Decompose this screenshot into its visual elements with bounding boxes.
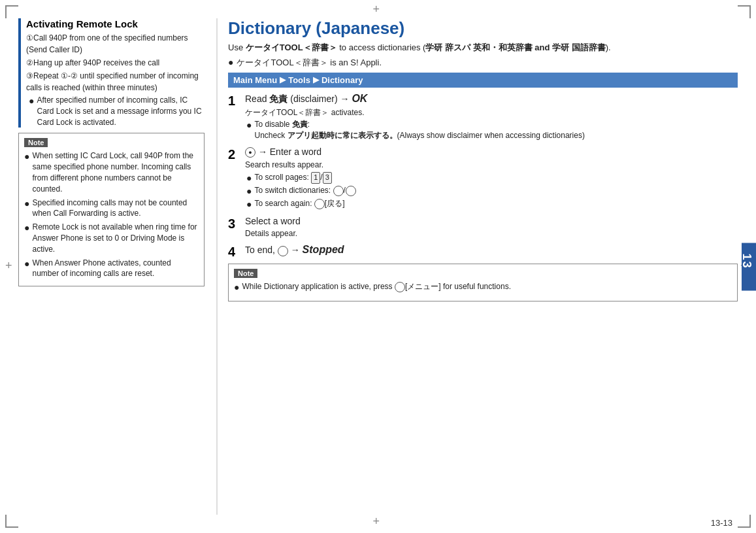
dict-note-bullet: ● bbox=[228, 57, 233, 67]
step-2-bullet-text-1: To scroll pages: 1/3 bbox=[254, 172, 331, 184]
bullet-1: ● After specified number of incoming cal… bbox=[26, 95, 205, 128]
step-main-2: ● → Enter a word bbox=[245, 146, 738, 158]
circle-menu bbox=[395, 282, 405, 292]
step-main-3: Select a word bbox=[245, 216, 738, 226]
step-2-bullet-text-2: To switch dictionaries: / bbox=[254, 185, 355, 196]
right-note-box: Note ● While Dictionary application is a… bbox=[228, 264, 738, 301]
dict-subtitle: Use ケータイTOOL＜辞書＞ to access dictionaries … bbox=[228, 41, 738, 54]
right-note-text-1: While Dictionary application is active, … bbox=[242, 281, 511, 292]
note-item-1: ● When setting IC Card Lock, call 940P f… bbox=[24, 150, 199, 194]
circle-btn-2: ● bbox=[245, 147, 255, 158]
step-2-bullet-icon-3: ● bbox=[246, 198, 252, 210]
note-bullet-1: ● bbox=[24, 150, 29, 163]
step-sub-2: Search results appear. bbox=[245, 160, 738, 171]
bullet-icon-1: ● bbox=[29, 95, 34, 107]
step-2: ②Hang up after 940P receives the call bbox=[26, 57, 205, 69]
dict-note-line: ● ケータイTOOL＜辞書＞ is an S! Appli. bbox=[228, 57, 738, 69]
left-column: Activating Remote Lock ①Call 940P from o… bbox=[18, 18, 211, 515]
step-1-bullet-1: ● To disable 免責:Uncheck アプリ起動時に常に表示する。(A… bbox=[245, 119, 738, 141]
step-1-bullet-text: To disable 免責:Uncheck アプリ起動時に常に表示する。(Alw… bbox=[254, 119, 584, 141]
step-number-3: 3 bbox=[228, 216, 242, 232]
step-2-bullet-1: ● To scroll pages: 1/3 bbox=[245, 172, 738, 184]
chapter-number: 13 bbox=[740, 253, 753, 276]
note-item-2: ● Specified incoming calls may not be co… bbox=[24, 198, 199, 220]
column-divider bbox=[216, 18, 218, 515]
note-bullet-3: ● bbox=[24, 222, 29, 235]
step-1-bullet-icon: ● bbox=[246, 119, 252, 131]
left-body: ①Call 940P from one of the specified num… bbox=[26, 32, 205, 128]
activating-remote-lock-section: Activating Remote Lock ①Call 940P from o… bbox=[18, 18, 205, 128]
step-2-bullet-2: ● To switch dictionaries: / bbox=[245, 185, 738, 197]
breadcrumb-arrow-2: ▶ bbox=[313, 75, 319, 84]
note-text-2: Specified incoming calls may not be coun… bbox=[32, 198, 199, 220]
chapter-tab: 13 Tools bbox=[742, 243, 756, 290]
dict-note-text: ケータイTOOL＜辞書＞ is an S! Appli. bbox=[237, 57, 382, 69]
step-2-bullet-text-3: To search again: [戻る] bbox=[254, 198, 344, 209]
step-1: ①Call 940P from one of the specified num… bbox=[26, 32, 205, 56]
step-row-2: 2 ● → Enter a word Search results appear… bbox=[228, 146, 738, 212]
note-text-1: When setting IC Card Lock, call 940P fro… bbox=[32, 150, 199, 194]
left-note-label: Note bbox=[24, 138, 48, 147]
center-mark-bottom bbox=[373, 517, 384, 528]
step-2-bullet-icon-2: ● bbox=[246, 185, 252, 197]
step-row-4: 4 To end, → Stopped bbox=[228, 244, 738, 260]
corner-mark-tl bbox=[5, 5, 18, 18]
page-number: 13-13 bbox=[711, 518, 732, 528]
stopped-text: Stopped bbox=[303, 244, 344, 255]
note-text-3: Remote Lock is not available when ring t… bbox=[32, 222, 199, 254]
section-title: Activating Remote Lock bbox=[26, 18, 205, 29]
corner-mark-tr bbox=[738, 5, 751, 18]
step-sub-3: Details appear. bbox=[245, 228, 738, 239]
circle-back bbox=[314, 199, 325, 209]
step-content-2: ● → Enter a word Search results appear. … bbox=[242, 146, 738, 212]
breadcrumb-arrow-1: ▶ bbox=[280, 75, 286, 84]
step-row-1: 1 Read 免責 (disclaimer) → OK ケータイTOOL＜辞書＞… bbox=[228, 93, 738, 143]
step-content-3: Select a word Details appear. bbox=[242, 216, 738, 241]
page-content: Activating Remote Lock ①Call 940P from o… bbox=[18, 18, 738, 515]
note-bullet-2: ● bbox=[24, 198, 29, 211]
breadcrumb-dictionary: Dictionary bbox=[321, 75, 363, 85]
dict-subtitle-text: Use ケータイTOOL＜辞書＞ to access dictionaries … bbox=[228, 43, 611, 52]
breadcrumb-bar: Main Menu ▶ Tools ▶ Dictionary bbox=[228, 73, 738, 88]
breadcrumb-main-menu: Main Menu bbox=[233, 75, 277, 85]
left-note-box: Note ● When setting IC Card Lock, call 9… bbox=[18, 133, 205, 286]
step-3-text: ③Repeat ①-② until specified number of in… bbox=[26, 70, 205, 94]
step-row-3: 3 Select a word Details appear. bbox=[228, 216, 738, 241]
step-content-4: To end, → Stopped bbox=[242, 244, 738, 258]
step-number-4: 4 bbox=[228, 244, 242, 260]
step-number-1: 1 bbox=[228, 93, 242, 109]
note-item-3: ● Remote Lock is not available when ring… bbox=[24, 222, 199, 254]
corner-mark-bl bbox=[5, 515, 18, 528]
step-1-text: ①Call 940P from one of the specified num… bbox=[26, 32, 205, 56]
bullet-text-1: After specified number of incoming calls… bbox=[37, 95, 205, 128]
step-3: ③Repeat ①-② until specified number of in… bbox=[26, 70, 205, 94]
step-sub-1: ケータイTOOL＜辞書＞ activates. bbox=[245, 107, 738, 118]
step-content-1: Read 免責 (disclaimer) → OK ケータイTOOL＜辞書＞ a… bbox=[242, 93, 738, 143]
note-item-4: ● When Answer Phone activates, counted n… bbox=[24, 258, 199, 280]
circle-end bbox=[278, 246, 288, 256]
right-column: Dictionary (Japanese) Use ケータイTOOL＜辞書＞ t… bbox=[223, 18, 738, 515]
circle-sw-1 bbox=[333, 186, 344, 196]
step-2-bullet-3: ● To search again: [戻る] bbox=[245, 198, 738, 210]
right-note-bullet-1: ● bbox=[234, 281, 239, 294]
dict-title: Dictionary (Japanese) bbox=[228, 18, 738, 39]
step-2-text: ②Hang up after 940P receives the call bbox=[26, 57, 159, 69]
circle-sw-2 bbox=[346, 186, 356, 196]
step-2-bullet-icon-1: ● bbox=[246, 172, 252, 184]
note-bullet-4: ● bbox=[24, 258, 29, 271]
corner-mark-br bbox=[738, 515, 751, 528]
step-main-4: To end, → Stopped bbox=[245, 244, 738, 256]
step-main-1: Read 免責 (disclaimer) → OK bbox=[245, 93, 738, 105]
step-number-2: 2 bbox=[228, 146, 242, 162]
right-note-item-1: ● While Dictionary application is active… bbox=[234, 281, 732, 294]
breadcrumb-tools: Tools bbox=[288, 75, 310, 85]
note-text-4: When Answer Phone activates, counted num… bbox=[32, 258, 199, 280]
center-mark-top bbox=[373, 5, 384, 16]
right-note-label: Note bbox=[234, 269, 257, 278]
side-mark-left bbox=[5, 262, 16, 272]
